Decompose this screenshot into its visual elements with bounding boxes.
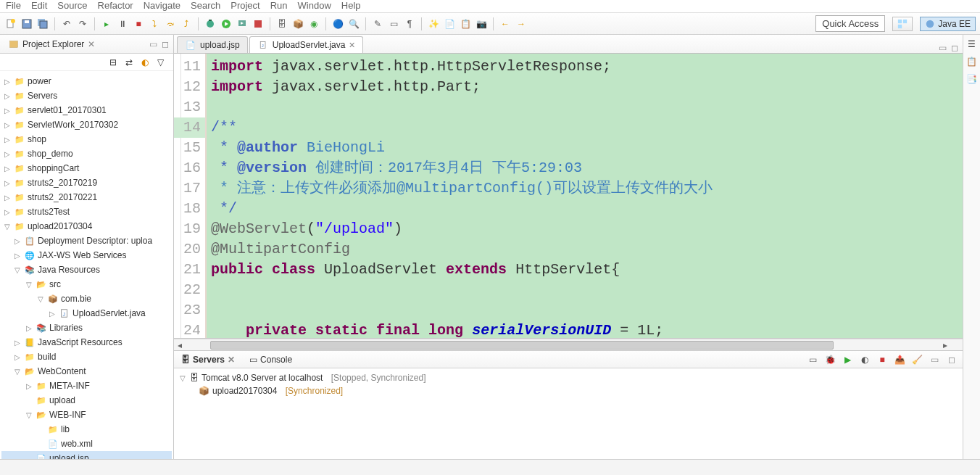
tree-project[interactable]: shop (28, 134, 46, 144)
redo-icon[interactable]: ↷ (76, 17, 89, 30)
maximize-panel-icon[interactable]: ◻ (945, 353, 958, 366)
editor-tab-uploadservlet[interactable]: J UploadServlet.java ✕ (249, 36, 364, 53)
step-into-icon[interactable]: ⤵ (148, 17, 161, 30)
perspective-javaee[interactable]: Java EE (920, 17, 976, 31)
menu-source[interactable]: Source (57, 0, 87, 11)
tree-upload-folder[interactable]: upload (49, 395, 75, 405)
view-menu-icon[interactable]: ▽ (157, 57, 167, 67)
close-tab-icon[interactable]: ✕ (349, 41, 355, 50)
servers-tree[interactable]: ▽ 🗄 Tomcat v8.0 Server at localhost [Sto… (174, 368, 963, 459)
horizontal-scrollbar[interactable]: ◂ ▸ (174, 339, 963, 350)
scroll-right-icon[interactable]: ▸ (939, 339, 951, 351)
collapse-all-icon[interactable]: ⊟ (109, 57, 120, 67)
twisty-icon[interactable]: ▽ (178, 374, 187, 382)
search-icon[interactable]: 🔍 (347, 17, 360, 30)
minimize-panel-icon[interactable]: ▭ (928, 353, 941, 366)
tree-project-open[interactable]: upload20170304 (28, 221, 92, 231)
tree-lib[interactable]: lib (61, 424, 70, 434)
console-tab[interactable]: ▭ Console (246, 353, 295, 366)
scrollbar-thumb[interactable] (210, 341, 834, 350)
project-tree[interactable]: ▷📁power ▷📁Servers ▷📁servlet01_20170301 ▷… (0, 71, 173, 459)
module-name[interactable]: upload20170304 (212, 386, 277, 396)
close-tab-icon[interactable]: ✕ (228, 355, 235, 365)
menu-refactor[interactable]: Refactor (98, 0, 133, 11)
menu-edit[interactable]: Edit (31, 0, 47, 11)
project-explorer-tab[interactable]: Project Explorer ✕ (4, 38, 99, 51)
tree-project[interactable]: ServletWork_20170302 (28, 120, 118, 130)
profile-server-icon[interactable]: ◐ (858, 353, 871, 366)
no-servers-icon[interactable]: ▭ (806, 353, 819, 366)
code-content[interactable]: import javax.servlet.http.HttpServletRes… (206, 54, 963, 338)
step-return-icon[interactable]: ⤴ (180, 17, 193, 30)
maximize-editor-icon[interactable]: ◻ (951, 43, 958, 53)
step-over-icon[interactable]: ⤼ (164, 17, 177, 30)
menu-search[interactable]: Search (191, 0, 220, 11)
wand-icon[interactable]: ✨ (427, 17, 440, 30)
link-editor-icon[interactable]: ⇄ (125, 57, 136, 67)
tree-webcontent[interactable]: WebContent (38, 366, 86, 376)
snippets-icon[interactable]: 📑 (966, 74, 977, 84)
tree-uploadjsp[interactable]: upload.jsp (49, 453, 89, 459)
ext-tools-icon[interactable] (252, 17, 265, 30)
stop-icon[interactable]: ■ (132, 17, 145, 30)
new-class-icon[interactable]: 📄 (443, 17, 456, 30)
back-icon[interactable]: ← (499, 17, 512, 30)
debug-icon[interactable] (204, 17, 217, 30)
code-editor[interactable]: 11 12 13 14 15 16 17 18 19 20 21 22 23 2… (174, 54, 963, 339)
tree-project[interactable]: struts2_20170221 (28, 192, 97, 202)
tree-project[interactable]: struts2Test (28, 207, 70, 217)
open-type-icon[interactable]: 🔵 (331, 17, 344, 30)
stop-server-icon[interactable]: ■ (876, 353, 889, 366)
tree-libraries[interactable]: Libraries (49, 323, 83, 333)
run-icon[interactable] (220, 17, 233, 30)
save-icon[interactable] (20, 17, 33, 30)
tree-project[interactable]: shoppingCart (28, 163, 79, 173)
editor-tab-uploadjsp[interactable]: 📄 upload.jsp (177, 36, 248, 53)
tree-webinf[interactable]: WEB-INF (49, 410, 86, 420)
tree-java-resources[interactable]: Java Resources (38, 265, 100, 275)
menu-project[interactable]: Project (231, 0, 259, 11)
focus-icon[interactable]: ◐ (141, 57, 151, 67)
publish-icon[interactable]: 📤 (893, 353, 906, 366)
scroll-left-icon[interactable]: ◂ (174, 339, 186, 351)
quick-access-field[interactable]: Quick Access (815, 15, 885, 32)
minimize-editor-icon[interactable]: ▭ (939, 43, 947, 53)
tree-package[interactable]: com.bie (61, 294, 91, 304)
menu-window[interactable]: Window (298, 0, 331, 11)
tree-project[interactable]: shop_demo (28, 149, 73, 159)
undo-icon[interactable]: ↶ (60, 17, 73, 30)
toggle-mark-icon[interactable]: ✎ (371, 17, 384, 30)
menu-file[interactable]: File (6, 0, 21, 11)
new-icon[interactable] (4, 17, 17, 30)
server-name[interactable]: Tomcat v8.0 Server at localhost (202, 373, 323, 383)
maximize-view-icon[interactable]: ◻ (162, 39, 169, 49)
save-all-icon[interactable] (36, 17, 49, 30)
tree-js-resources[interactable]: JavaScript Resources (38, 337, 122, 347)
tree-jaxws[interactable]: JAX-WS Web Services (38, 250, 126, 260)
forward-icon[interactable]: → (515, 17, 528, 30)
tree-project[interactable]: servlet01_20170301 (28, 105, 107, 115)
tree-project[interactable]: Servers (28, 91, 57, 101)
tree-build[interactable]: build (38, 352, 56, 362)
new-package-icon[interactable]: 📦 (291, 17, 304, 30)
show-whitespace-icon[interactable]: ¶ (403, 17, 416, 30)
menu-navigate[interactable]: Navigate (144, 0, 180, 11)
tree-src[interactable]: src (49, 279, 61, 289)
menu-run[interactable]: Run (270, 0, 288, 11)
menu-help[interactable]: Help (341, 0, 361, 11)
pause-icon[interactable]: ⏸ (116, 17, 129, 30)
outline-icon[interactable]: ☰ (968, 39, 976, 49)
minimize-view-icon[interactable]: ▭ (149, 39, 157, 49)
open-perspective-button[interactable] (892, 17, 913, 31)
tree-webxml[interactable]: web.xml (61, 439, 93, 449)
resume-icon[interactable]: ▸ (100, 17, 113, 30)
open-task-icon[interactable]: 📋 (459, 17, 472, 30)
close-view-icon[interactable]: ✕ (88, 39, 95, 49)
run-on-server-icon[interactable] (236, 17, 249, 30)
tree-project[interactable]: power (28, 76, 51, 86)
clean-icon[interactable]: 🧹 (910, 353, 923, 366)
start-server-icon[interactable]: ▶ (841, 353, 854, 366)
tree-metainf[interactable]: META-INF (49, 381, 90, 391)
tree-deployment[interactable]: Deployment Descriptor: uploa (38, 236, 152, 246)
type-icon[interactable]: ◉ (307, 17, 320, 30)
